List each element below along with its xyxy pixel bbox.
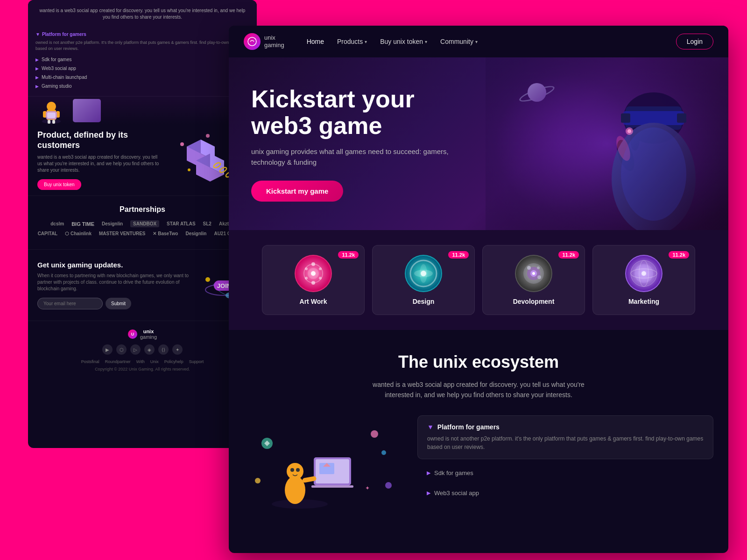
- lp-footer-logo-icon: U: [128, 329, 137, 339]
- service-label-marketing: Marketing: [602, 298, 685, 305]
- service-label-artwork: Art Work: [272, 298, 355, 305]
- social-icon-2[interactable]: ⬡: [116, 344, 127, 355]
- feature-web3-social[interactable]: ▶ Web3 social app: [417, 485, 713, 501]
- svg-point-83: [296, 468, 300, 472]
- lp-products-heading: Product, defined by its customers: [37, 130, 163, 150]
- lp-partner-row-1: dcslm BIG TIME Designlin SANDBOX STAR AT…: [37, 220, 247, 227]
- svg-rect-6: [52, 120, 55, 124]
- footer-link-1[interactable]: Postsfinal: [81, 359, 99, 364]
- svg-point-2: [47, 102, 56, 111]
- feature-sdk[interactable]: ▶ Sdk for games: [417, 465, 713, 481]
- nav-products[interactable]: Products ▾: [337, 38, 367, 45]
- lp-character-icon: [37, 98, 65, 124]
- artwork-icon: [295, 255, 332, 292]
- svg-point-30: [248, 37, 256, 46]
- svg-rect-5: [48, 120, 50, 124]
- lp-newsletter-desc: When it comes to partnering with new blo…: [37, 273, 191, 292]
- logo: unix gaming: [244, 33, 284, 50]
- svg-point-65: [537, 266, 540, 269]
- social-icon-1[interactable]: ▶: [102, 344, 113, 355]
- svg-point-50: [319, 277, 322, 280]
- lp-newsletter-title: Get unix gaming updates.: [37, 261, 191, 269]
- lp-footer-links: Postsfinal Roundpartner With Unix Policy…: [37, 359, 247, 364]
- nav-home[interactable]: Home: [307, 38, 324, 45]
- feature-desc: owned is not another p2e platform. it's …: [427, 434, 704, 451]
- social-icon-3[interactable]: ▷: [130, 344, 141, 355]
- logo-text: unix gaming: [264, 34, 284, 49]
- ecosystem-title: The unix ecosystem: [244, 352, 713, 372]
- hero-cta-button[interactable]: Kickstart my game: [251, 181, 343, 202]
- nav-community[interactable]: Community ▾: [440, 38, 478, 45]
- design-icon: [405, 255, 442, 292]
- arrow-icon: ▶: [35, 57, 39, 62]
- lp-laptop-icon: [73, 99, 101, 122]
- svg-point-79: [285, 476, 305, 504]
- service-card-marketing[interactable]: 11.2k Marketing: [592, 245, 695, 315]
- lp-footer-social-icons: ▶ ⬡ ▷ ◈ ⟨⟩ ✦: [37, 344, 247, 355]
- social-icon-6[interactable]: ✦: [172, 344, 183, 355]
- ecosystem-section: The unix ecosystem wanted is a web3 soci…: [229, 330, 728, 524]
- lp-copyright: Copyright © 2022 Unix Gaming. All rights…: [37, 367, 247, 371]
- hero-title: Kickstart your web3 game: [251, 86, 475, 139]
- footer-link-2[interactable]: Roundpartner: [105, 359, 131, 364]
- ecosystem-illustration: ✦: [244, 415, 402, 509]
- svg-point-52: [305, 277, 308, 280]
- lp-dropdown-item-3[interactable]: ▶ Multi-chain launchpad: [35, 73, 249, 82]
- svg-point-53: [305, 267, 308, 270]
- nav-links: Home Products ▾ Buy unix token ▾ Communi…: [307, 38, 676, 45]
- hero-content: Kickstart your web3 game unix gaming pro…: [251, 86, 475, 202]
- hero-section: Kickstart your web3 game unix gaming pro…: [229, 57, 728, 230]
- lp-footer: U unixgaming ▶ ⬡ ▷ ◈ ⟨⟩ ✦ Postsfinal Rou…: [28, 321, 257, 379]
- lp-dropdown: ▼ Platform for gamers owned is not anoth…: [28, 26, 257, 97]
- lp-buy-btn[interactable]: Buy unix token: [37, 179, 81, 190]
- lp-newsletter-text: Get unix gaming updates. When it comes t…: [37, 261, 191, 309]
- svg-rect-8: [47, 112, 56, 118]
- development-icon: [515, 255, 552, 292]
- service-label-development: Devolopment: [492, 298, 575, 305]
- nav-buy-unix[interactable]: Buy unix token ▾: [380, 38, 427, 45]
- service-card-design[interactable]: 11.2k Design: [372, 245, 475, 315]
- svg-point-80: [287, 463, 303, 480]
- svg-text:✦: ✦: [365, 485, 370, 491]
- lp-submit-button[interactable]: Submit: [106, 298, 131, 309]
- footer-link-5[interactable]: Policyhelp: [164, 359, 183, 364]
- social-icon-4[interactable]: ◈: [144, 344, 155, 355]
- login-button[interactable]: Login: [676, 34, 713, 49]
- left-background-panel: wanted is a web3 social app created for …: [28, 0, 257, 448]
- lp-partnerships-title: Partnerships: [37, 205, 247, 214]
- service-card-development[interactable]: 11.2k Devolopment: [482, 245, 585, 315]
- lp-footer-logo-text: unixgaming: [140, 329, 157, 340]
- lp-products-desc: wanted is a web3 social app created for …: [37, 154, 163, 174]
- svg-point-41: [621, 127, 686, 221]
- svg-point-51: [311, 281, 315, 285]
- svg-rect-36: [677, 113, 686, 123]
- footer-link-4[interactable]: Unix: [150, 359, 159, 364]
- community-chevron-icon: ▾: [475, 39, 478, 44]
- lp-dropdown-item-1[interactable]: ▶ Sdk for games: [35, 55, 249, 64]
- ecosystem-features: ▼ Platform for gamers owned is not anoth…: [417, 415, 713, 505]
- ecosystem-subtitle: wanted is a web3 social app created for …: [362, 379, 595, 400]
- feature-platform-gamers[interactable]: ▼ Platform for gamers owned is not anoth…: [417, 415, 713, 459]
- marketing-icon: [625, 255, 662, 292]
- lp-dropdown-item-2[interactable]: ▶ Web3 social app: [35, 64, 249, 73]
- svg-point-48: [311, 262, 315, 266]
- svg-point-27: [205, 277, 210, 282]
- right-foreground-panel: unix gaming Home Products ▾ Buy unix tok…: [229, 26, 728, 553]
- products-chevron-icon: ▾: [365, 39, 367, 44]
- sdk-arrow-icon: ▶: [427, 470, 430, 476]
- lp-email-input[interactable]: [37, 298, 103, 309]
- footer-link-3[interactable]: With: [136, 359, 145, 364]
- lp-hero-text: wanted is a web3 social app created for …: [28, 0, 257, 26]
- svg-point-72: [641, 271, 646, 276]
- logo-icon: [244, 33, 261, 50]
- svg-point-47: [311, 271, 316, 276]
- platform-arrow-icon: ▼: [427, 423, 434, 431]
- service-card-artwork[interactable]: 11.2k Art Work: [262, 245, 365, 315]
- service-badge-design: 11.2k: [448, 251, 469, 259]
- lp-partnerships-section: Partnerships dcslm BIG TIME Designlin SA…: [28, 196, 257, 249]
- footer-link-6[interactable]: Support: [189, 359, 204, 364]
- social-icon-5[interactable]: ⟨⟩: [158, 344, 169, 355]
- lp-dropdown-item-4[interactable]: ▶ Gaming studio: [35, 82, 249, 91]
- service-badge-development: 11.2k: [558, 251, 579, 259]
- ecosystem-content: ✦ ▼ Platform for gamers owned is not ano…: [244, 415, 713, 509]
